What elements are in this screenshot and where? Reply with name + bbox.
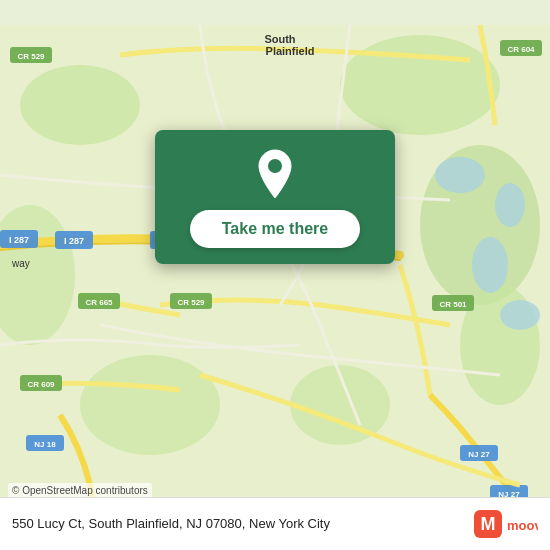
take-me-there-button[interactable]: Take me there bbox=[190, 210, 360, 248]
map-background: I 287 I 287 CR 529 CR 604 CR 529 CR 501 … bbox=[0, 0, 550, 550]
svg-text:CR 529: CR 529 bbox=[177, 298, 205, 307]
svg-text:I 287: I 287 bbox=[64, 236, 84, 246]
map-container: I 287 I 287 CR 529 CR 604 CR 529 CR 501 … bbox=[0, 0, 550, 550]
svg-text:I 287: I 287 bbox=[9, 235, 29, 245]
svg-text:CR 609: CR 609 bbox=[27, 380, 55, 389]
svg-point-8 bbox=[435, 157, 485, 193]
svg-text:moovit: moovit bbox=[507, 518, 538, 533]
moovit-logo-image: M moovit bbox=[474, 508, 538, 540]
svg-point-1 bbox=[20, 65, 140, 145]
map-pin-icon bbox=[253, 148, 297, 200]
svg-text:CR 529: CR 529 bbox=[17, 52, 45, 61]
svg-text:South: South bbox=[264, 33, 295, 45]
svg-text:NJ 27: NJ 27 bbox=[468, 450, 490, 459]
svg-point-9 bbox=[472, 237, 508, 293]
svg-text:M: M bbox=[481, 514, 496, 534]
svg-point-2 bbox=[340, 35, 500, 135]
location-card: Take me there bbox=[155, 130, 395, 264]
svg-text:NJ 18: NJ 18 bbox=[34, 440, 56, 449]
osm-credit: © OpenStreetMap contributors bbox=[8, 483, 152, 498]
svg-text:way: way bbox=[11, 258, 30, 269]
bottom-bar: 550 Lucy Ct, South Plainfield, NJ 07080,… bbox=[0, 497, 550, 550]
svg-point-11 bbox=[500, 300, 540, 330]
svg-text:CR 604: CR 604 bbox=[507, 45, 535, 54]
svg-point-6 bbox=[80, 355, 220, 455]
svg-point-39 bbox=[268, 159, 282, 173]
address-text: 550 Lucy Ct, South Plainfield, NJ 07080,… bbox=[12, 515, 466, 533]
moovit-logo: M moovit bbox=[474, 508, 538, 540]
osm-credit-text: © OpenStreetMap contributors bbox=[12, 485, 148, 496]
svg-text:CR 501: CR 501 bbox=[439, 300, 467, 309]
svg-point-10 bbox=[495, 183, 525, 227]
svg-text:Plainfield: Plainfield bbox=[266, 45, 315, 57]
svg-text:CR 665: CR 665 bbox=[85, 298, 113, 307]
